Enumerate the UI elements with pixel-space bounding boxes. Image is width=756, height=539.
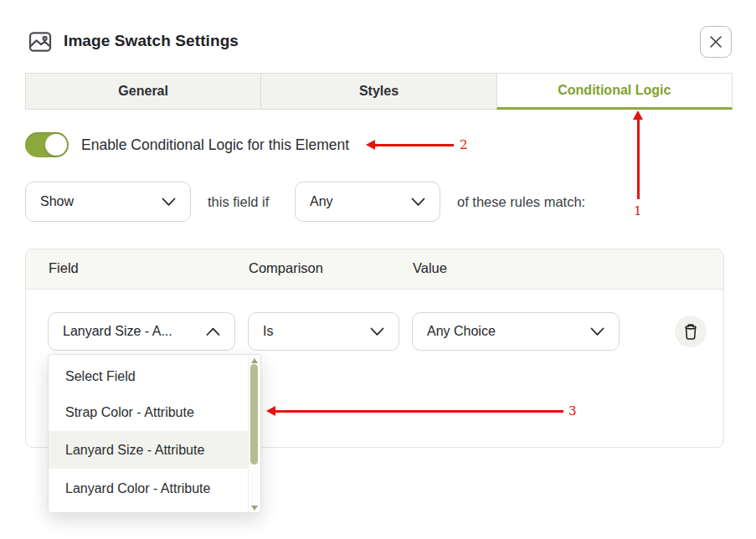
rule-value-select-value: Any Choice: [427, 324, 496, 339]
toggle-knob: [45, 134, 67, 156]
trash-icon: [682, 323, 699, 341]
annotation-arrow-3: [275, 410, 563, 413]
column-header-comparison: Comparison: [249, 260, 323, 276]
enable-conditional-logic-toggle[interactable]: [25, 132, 69, 157]
annotation-label-1: 1: [634, 203, 642, 218]
action-select[interactable]: Show: [25, 182, 191, 222]
image-swatch-settings-dialog: Image Swatch Settings General Styles Con…: [0, 0, 756, 539]
tab-general[interactable]: General: [25, 73, 260, 110]
rule-comparison-select-value: Is: [263, 324, 273, 339]
column-header-field: Field: [49, 260, 79, 276]
toggle-label: Enable Conditional Logic for this Elemen…: [81, 136, 349, 154]
condition-mid-text: this field if: [208, 194, 269, 210]
rule-field-select[interactable]: Lanyard Size - A...: [48, 312, 235, 351]
rule-field-select-value: Lanyard Size - A...: [63, 324, 172, 339]
delete-rule-button[interactable]: [675, 316, 707, 347]
match-type-select[interactable]: Any: [295, 182, 440, 222]
chevron-down-icon: [411, 198, 425, 207]
close-button[interactable]: [700, 26, 732, 58]
page-title: Image Swatch Settings: [64, 32, 239, 50]
scroll-up-icon[interactable]: [251, 358, 258, 363]
dropdown-option-select-field[interactable]: Select Field: [49, 357, 251, 395]
chevron-down-icon: [370, 327, 384, 336]
rule-comparison-select[interactable]: Is: [248, 312, 399, 351]
dropdown-option-lanyard-color[interactable]: Lanyard Color - Attribute: [49, 470, 251, 507]
annotation-arrow-1: [637, 119, 640, 199]
chevron-down-icon: [590, 327, 604, 336]
condition-end-text: of these rules match:: [457, 194, 585, 210]
annotation-label-2: 2: [460, 137, 468, 152]
rules-table-header: Field Comparison Value: [26, 249, 723, 290]
scrollbar-thumb[interactable]: [250, 364, 258, 465]
chevron-down-icon: [162, 198, 176, 207]
rule-value-select[interactable]: Any Choice: [412, 312, 620, 351]
scroll-down-icon[interactable]: [251, 506, 258, 511]
column-header-value: Value: [413, 260, 447, 276]
tab-conditional-logic[interactable]: Conditional Logic: [496, 73, 733, 110]
annotation-label-3: 3: [568, 403, 577, 418]
settings-tabs: General Styles Conditional Logic: [25, 73, 733, 110]
image-icon: [27, 28, 54, 55]
dropdown-option-lanyard-size[interactable]: Lanyard Size - Attribute: [49, 431, 251, 469]
x-icon: [708, 34, 723, 49]
field-dropdown-menu: Select Field Strap Color - Attribute Lan…: [48, 354, 261, 513]
annotation-arrow-2: [374, 144, 454, 146]
dropdown-scrollbar[interactable]: [248, 357, 259, 512]
tab-styles[interactable]: Styles: [260, 73, 496, 110]
chevron-up-icon: [206, 327, 220, 336]
dropdown-option-strap-color[interactable]: Strap Color - Attribute: [49, 393, 251, 431]
match-type-select-value: Any: [310, 194, 333, 209]
action-select-value: Show: [40, 194, 74, 209]
